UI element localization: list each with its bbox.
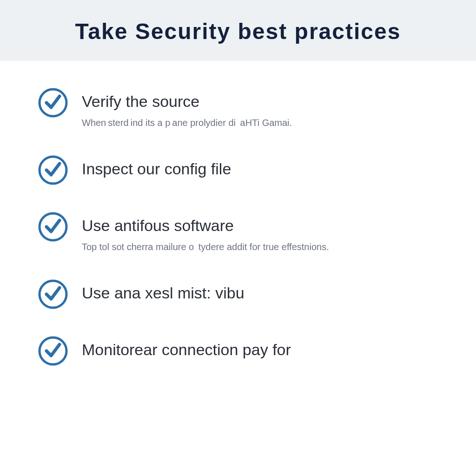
checkmark-icon bbox=[37, 154, 69, 186]
item-title: Use ana xesl mist: vibu bbox=[82, 284, 439, 302]
item-title: Use antifous software bbox=[82, 217, 439, 235]
checkmark-icon bbox=[37, 278, 69, 310]
list-item: Verify the source When sterd ind its a p… bbox=[37, 89, 439, 129]
list-item: Use antifous software Top tol sot cherra… bbox=[37, 213, 439, 253]
item-text-block: Verify the source When sterd ind its a p… bbox=[82, 89, 439, 129]
item-title: Inspect our config file bbox=[82, 160, 439, 178]
item-desc: Top tol sot cherra mailure o tydere addi… bbox=[82, 240, 439, 253]
item-title: Verify the source bbox=[82, 93, 439, 111]
item-desc: When sterd ind its a p ane prolydier di … bbox=[82, 116, 439, 129]
checklist-content: Verify the source When sterd ind its a p… bbox=[0, 61, 476, 367]
item-text-block: Monitorear connection pay for bbox=[82, 337, 439, 364]
checkmark-icon bbox=[37, 87, 69, 119]
page-header: Take Security best practices bbox=[0, 0, 476, 61]
item-text-block: Inspect our config file bbox=[82, 156, 439, 184]
item-text-block: Use ana xesl mist: vibu bbox=[82, 280, 439, 308]
item-title: Monitorear connection pay for bbox=[82, 341, 439, 359]
item-text-block: Use antifous software Top tol sot cherra… bbox=[82, 213, 439, 253]
checkmark-icon bbox=[37, 211, 69, 243]
list-item: Monitorear connection pay for bbox=[37, 337, 439, 367]
checkmark-icon bbox=[37, 335, 69, 367]
list-item: Use ana xesl mist: vibu bbox=[37, 280, 439, 310]
page-title: Take Security best practices bbox=[0, 19, 476, 44]
list-item: Inspect our config file bbox=[37, 156, 439, 186]
